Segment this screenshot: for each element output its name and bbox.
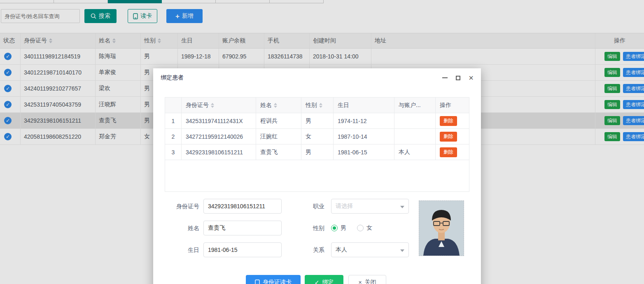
sort-icon[interactable] — [274, 103, 277, 108]
row-actions: 删除 — [436, 144, 469, 160]
delete-button[interactable]: 删除 — [440, 132, 457, 142]
row-relation — [394, 113, 436, 128]
occupation-placeholder: 请选择 — [336, 203, 353, 210]
modal-title: 绑定患者 — [161, 74, 184, 81]
modal-table-row[interactable]: 3 342923198106151211 查贵飞 男 1981-06-15 本人… — [165, 144, 469, 160]
maximize-icon[interactable] — [456, 76, 460, 80]
app-root: 搜索 读卡 + 新增 状态 身份证号 姓名 性别 生日 账户余额 手机 创建时间… — [0, 0, 644, 284]
birthday-label: 生日 — [164, 242, 199, 257]
row-gender: 女 — [301, 129, 334, 144]
row-id: 34253119741112431X — [182, 113, 256, 128]
relation-label: 关系 — [289, 242, 324, 257]
modal-table-row[interactable]: 1 34253119741112431X 程训兵 男 1974-11-12 删除 — [165, 113, 469, 129]
row-birthday: 1987-10-14 — [334, 129, 394, 144]
gender-female-radio[interactable]: 女 — [357, 224, 372, 232]
x-icon: × — [358, 279, 362, 284]
row-name: 汪婉红 — [256, 129, 301, 144]
id-number-label: 身份证号 — [164, 199, 199, 214]
portrait-image — [419, 201, 464, 256]
row-index: 2 — [165, 129, 182, 144]
gender-radio-group: 男 女 — [331, 221, 372, 235]
birthday-field[interactable] — [203, 242, 282, 257]
relation-value: 本人 — [336, 246, 347, 254]
radio-unselected-icon — [357, 225, 364, 231]
row-actions: 删除 — [436, 129, 469, 144]
chevron-down-icon — [400, 206, 404, 208]
modal-table-row[interactable]: 2 342721195912140026 汪婉红 女 1987-10-14 删除 — [165, 129, 469, 144]
window-controls: × — [442, 74, 474, 82]
chevron-down-icon — [400, 249, 404, 252]
row-id: 342721195912140026 — [182, 129, 256, 144]
relation-select[interactable]: 本人 — [331, 242, 409, 257]
card-icon — [255, 279, 260, 284]
row-id: 342923198106151211 — [182, 144, 256, 160]
minimize-icon[interactable] — [442, 77, 448, 78]
column-header-birthday: 生日 — [334, 98, 394, 113]
name-field[interactable] — [203, 221, 282, 235]
check-icon: ✓ — [315, 279, 320, 284]
bind-button-label: 绑定 — [322, 279, 334, 284]
row-gender: 男 — [301, 144, 334, 160]
occupation-select[interactable]: 请选择 — [331, 199, 409, 214]
row-name: 程训兵 — [256, 113, 301, 128]
radio-selected-icon — [331, 225, 338, 231]
bind-button[interactable]: ✓ 绑定 — [305, 275, 343, 284]
bound-patients-table: 身份证号 姓名 性别 生日 与账户... 操作 1 34253119741112… — [165, 97, 469, 192]
row-index: 3 — [165, 144, 182, 160]
column-header-actions: 操作 — [436, 98, 469, 113]
row-birthday: 1974-11-12 — [334, 113, 394, 128]
gender-female-label: 女 — [366, 224, 372, 232]
row-actions: 删除 — [436, 113, 469, 128]
gender-male-radio[interactable]: 男 — [331, 224, 346, 232]
modal-header: 绑定患者 × — [153, 68, 481, 87]
row-relation: 本人 — [394, 144, 436, 160]
column-header-relation: 与账户... — [394, 98, 436, 113]
close-button[interactable]: × 关闭 — [348, 275, 386, 284]
column-header-name[interactable]: 姓名 — [256, 98, 301, 113]
bind-patient-modal: 绑定患者 × 身份证号 姓名 性别 生日 与账户... 操作 1 3425311… — [153, 68, 481, 284]
occupation-label: 职业 — [289, 199, 324, 214]
close-icon[interactable]: × — [469, 74, 474, 82]
row-gender: 男 — [301, 113, 334, 128]
patient-photo — [419, 200, 464, 256]
column-header-index — [165, 98, 182, 113]
id-card-read-button[interactable]: 身份证读卡 — [246, 275, 301, 284]
delete-button[interactable]: 删除 — [440, 147, 457, 157]
modal-table-header: 身份证号 姓名 性别 生日 与账户... 操作 — [165, 98, 469, 113]
row-birthday: 1981-06-15 — [334, 144, 394, 160]
gender-male-label: 男 — [341, 224, 346, 232]
close-button-label: 关闭 — [365, 279, 376, 284]
sort-icon[interactable] — [211, 103, 214, 108]
gender-label: 性别 — [289, 221, 324, 235]
delete-button[interactable]: 删除 — [440, 116, 457, 126]
column-header-gender[interactable]: 性别 — [301, 98, 334, 113]
sort-icon[interactable] — [319, 103, 322, 108]
row-index: 1 — [165, 113, 182, 128]
name-label: 姓名 — [164, 221, 199, 235]
column-header-id[interactable]: 身份证号 — [182, 98, 256, 113]
id-card-read-label: 身份证读卡 — [263, 279, 292, 284]
row-relation — [394, 129, 436, 144]
id-number-field[interactable] — [203, 199, 282, 214]
row-name: 查贵飞 — [256, 144, 301, 160]
